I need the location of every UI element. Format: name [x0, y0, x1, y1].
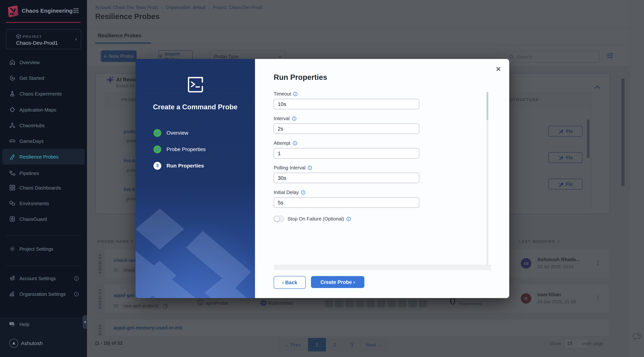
step-number: 3	[154, 162, 161, 170]
sidebar-item-project-settings[interactable]: Project Settings	[2, 241, 85, 257]
modal-title: Create a Command Probe	[136, 103, 255, 111]
info-icon[interactable]	[293, 92, 298, 96]
step-check-icon	[154, 129, 161, 137]
sidebar-item-help[interactable]: ? Help	[2, 316, 85, 332]
home-icon	[9, 59, 15, 65]
project-label: PROJECT	[23, 35, 42, 38]
project-cube-icon	[16, 34, 21, 39]
info-icon[interactable]	[293, 141, 297, 145]
sidebar-item-label: Application Maps	[20, 107, 56, 112]
project-selector[interactable]: PROJECT Chaos-Dev-Prod1 ›	[6, 29, 81, 49]
sidebar-collapse-handle[interactable]: ◀	[82, 315, 87, 329]
sidebar-item-overview[interactable]: Overview	[2, 54, 85, 70]
interval-input[interactable]	[274, 123, 419, 134]
modal-left-panel: Create a Command Probe Overview Probe Pr…	[136, 59, 255, 298]
sidebar-item-chaos-experiments[interactable]: Chaos Experiments	[2, 86, 85, 101]
field-label: Initial Delay	[274, 190, 299, 195]
user-avatar[interactable]: A	[9, 339, 18, 348]
back-button[interactable]: ‹ Back	[274, 276, 306, 289]
sidebar-item-label: Account Settings	[20, 276, 56, 281]
step-overview[interactable]: Overview	[154, 129, 188, 137]
form-scrollbar[interactable]	[486, 92, 488, 265]
sidebar-item-label: Get Started	[20, 75, 44, 81]
step-run-properties[interactable]: 3 Run Properties	[154, 162, 204, 170]
step-probe-properties[interactable]: Probe Properties	[154, 145, 206, 153]
app-root: Account: Chaos Dev Team Prod1 › Organiza…	[0, 0, 644, 357]
harness-watermark	[136, 209, 251, 298]
sidebar-item-label: Chaos Dashboards	[20, 185, 61, 190]
polling-interval-input[interactable]	[274, 173, 419, 183]
stop-on-failure-row: Stop On Failure (Optional)	[274, 216, 419, 222]
sidebar-item-chaos-dashboards[interactable]: Chaos Dashboards	[2, 180, 85, 195]
harness-logo	[6, 4, 20, 18]
sidebar-item-label: Resilience Probes	[20, 154, 58, 159]
sidebar-item-application-maps[interactable]: Application Maps	[2, 102, 85, 117]
layers-gear-icon	[9, 275, 15, 281]
toggle-label: Stop On Failure (Optional)	[288, 216, 344, 222]
attempt-input[interactable]	[274, 148, 419, 159]
close-icon[interactable]: ✕	[496, 65, 501, 73]
field-label: Timeout	[274, 91, 291, 97]
step-label: Probe Properties	[166, 146, 206, 152]
help-chat-icon: ?	[9, 321, 15, 327]
field-label: Polling Interval	[274, 165, 306, 170]
step-label: Run Properties	[166, 163, 204, 169]
apps-grid-icon[interactable]	[74, 8, 79, 13]
sidebar-item-resilience-probes[interactable]: Resilience Probes	[2, 149, 85, 165]
timeout-field: Timeout	[274, 91, 419, 109]
user-name[interactable]: Ashutosh	[21, 340, 43, 346]
org-chart-gear-icon	[9, 291, 15, 297]
info-icon[interactable]	[292, 116, 296, 121]
test-tube-icon	[9, 154, 15, 160]
sidebar-item-chaosguard[interactable]: ChaosGuard	[2, 211, 85, 227]
field-label: Attempt	[274, 140, 290, 146]
shield-lock-icon	[9, 216, 15, 222]
step-check-icon	[154, 145, 161, 153]
sidebar-item-pipelines[interactable]: Pipelines	[2, 165, 85, 181]
sidebar-item-label: GameDays	[20, 138, 44, 144]
field-label: Interval	[274, 116, 290, 121]
svg-text:?: ?	[11, 322, 12, 325]
info-icon[interactable]	[308, 165, 312, 170]
sidebar-item-label: Chaos Experiments	[20, 91, 62, 96]
create-command-probe-modal: Create a Command Probe Overview Probe Pr…	[136, 59, 509, 298]
sidebar-item-account-settings[interactable]: Account Settings	[2, 271, 85, 286]
info-icon[interactable]	[301, 190, 306, 195]
app-title: Chaos Engineering	[22, 7, 72, 14]
sidebar-item-label: Pipelines	[20, 170, 39, 176]
initial-delay-field: Initial Delay	[274, 190, 419, 208]
timeout-input[interactable]	[274, 99, 419, 109]
info-icon	[74, 276, 79, 281]
sidebar-item-get-started[interactable]: Get Started	[2, 70, 85, 86]
flask-icon	[9, 91, 15, 97]
sidebar-item-gamedays[interactable]: GameDays	[2, 133, 85, 149]
compass-icon	[9, 75, 15, 81]
polling-interval-field: Polling Interval	[274, 165, 419, 183]
info-icon[interactable]	[346, 217, 351, 221]
dashboard-icon	[9, 185, 15, 191]
sidebar: Chaos Engineering PROJECT Chaos-Dev-Prod…	[0, 0, 87, 357]
sidebar-item-environments[interactable]: Environments	[2, 195, 85, 211]
step-label: Overview	[166, 130, 188, 136]
target-icon	[9, 107, 15, 113]
sidebar-item-label: Organization Settings	[20, 291, 66, 297]
modal-section-title: Run Properties	[274, 73, 327, 82]
create-probe-button[interactable]: Create Probe ›	[311, 276, 364, 288]
sidebar-item-label: Project Settings	[20, 246, 54, 252]
sidebar-item-label: Help	[20, 321, 30, 327]
pipeline-icon	[9, 170, 15, 176]
initial-delay-input[interactable]	[274, 197, 419, 208]
sidebar-item-chaoshubs[interactable]: ChaosHubs	[2, 117, 85, 133]
network-icon	[9, 122, 15, 128]
gamepad-icon	[9, 138, 15, 144]
sidebar-item-organization-settings[interactable]: Organization Settings	[2, 286, 85, 302]
attempt-field: Attempt	[274, 140, 419, 159]
terminal-icon	[187, 77, 204, 92]
sidebar-item-label: Overview	[20, 59, 40, 65]
interval-field: Interval	[274, 116, 419, 134]
footer-band	[274, 265, 491, 270]
stop-on-failure-toggle[interactable]	[274, 216, 284, 222]
sidebar-item-label: Environments	[20, 201, 49, 206]
gear-icon	[9, 246, 15, 252]
sidebar-divider	[6, 266, 81, 266]
